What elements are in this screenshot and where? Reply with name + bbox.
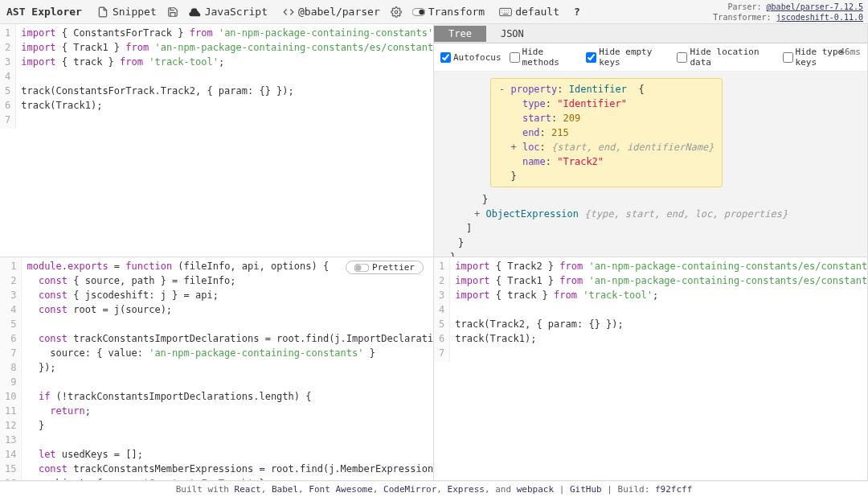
version-info: Parser: @babel/parser-7.12.5 Transformer… <box>713 2 863 23</box>
app-title: AST Explorer <box>6 6 82 18</box>
gear-icon[interactable] <box>390 6 403 18</box>
save-icon[interactable] <box>166 6 179 18</box>
highlighted-node[interactable]: - property: Identifier { type: "Identifi… <box>490 78 723 187</box>
output-code-pane[interactable]: 1234567import { Track2 } from 'an-npm-pa… <box>434 257 868 481</box>
snippet-menu[interactable]: Snippet <box>92 4 162 20</box>
help-button[interactable]: ? <box>569 4 585 19</box>
hide-methods-checkbox[interactable] <box>510 52 520 63</box>
footer-link[interactable]: Babel <box>272 484 298 495</box>
keyboard-icon <box>499 6 512 18</box>
preset-menu[interactable]: default <box>494 4 564 20</box>
hide-location-checkbox[interactable] <box>677 52 687 63</box>
footer-link[interactable]: Font Awesome <box>309 484 372 495</box>
svg-point-0 <box>395 10 398 14</box>
expand-icon[interactable]: + <box>474 208 485 220</box>
opt-hide-empty[interactable]: Hide empty keys <box>586 47 669 68</box>
toggle-icon <box>412 6 425 18</box>
footer-link[interactable]: Express <box>448 484 485 495</box>
input-code-pane[interactable]: 1234567import { ConstantsForTrack } from… <box>0 24 434 257</box>
build-link[interactable]: f92fcff <box>655 484 692 495</box>
code-icon <box>282 6 295 18</box>
hide-type-checkbox[interactable] <box>783 52 793 63</box>
output-tabs: Tree JSON <box>434 24 867 43</box>
file-icon <box>96 6 109 18</box>
transform-code-pane[interactable]: Prettier 1234567891011121314151617181920… <box>0 257 434 481</box>
transform-toggle[interactable]: Transform <box>407 4 489 20</box>
svg-point-5 <box>355 265 361 270</box>
svg-point-2 <box>419 9 424 14</box>
footer-link[interactable]: React <box>235 484 261 495</box>
ast-pane: Tree JSON 46ms Autofocus Hide methods Hi… <box>434 24 868 257</box>
collapse-icon[interactable]: - <box>499 84 510 95</box>
opt-hide-location[interactable]: Hide location data <box>677 47 774 68</box>
prettier-button[interactable]: Prettier <box>346 261 424 274</box>
footer-link[interactable]: webpack <box>517 484 554 495</box>
expand-icon[interactable]: + <box>510 142 522 153</box>
github-link[interactable]: GitHub <box>570 484 602 495</box>
opt-hide-methods[interactable]: Hide methods <box>510 47 579 68</box>
svg-rect-3 <box>500 8 512 15</box>
tab-tree[interactable]: Tree <box>434 26 486 42</box>
parser-menu[interactable]: @babel/parser <box>277 4 385 20</box>
ast-tree[interactable]: - property: Identifier { type: "Identifi… <box>434 72 867 257</box>
transformer-version-link[interactable]: jscodeshift-0.11.0 <box>776 13 863 22</box>
parser-version-link[interactable]: @babel/parser-7.12.5 <box>767 2 863 11</box>
opt-autofocus[interactable]: Autofocus <box>440 52 502 63</box>
autofocus-checkbox[interactable] <box>440 52 451 63</box>
tab-json[interactable]: JSON <box>486 26 538 42</box>
cloud-icon <box>189 6 202 18</box>
hide-empty-checkbox[interactable] <box>586 52 596 63</box>
parse-timing: 46ms <box>840 47 862 57</box>
tree-options: Autofocus Hide methods Hide empty keys H… <box>434 43 867 72</box>
language-menu[interactable]: JavaScript <box>184 4 272 20</box>
toggle-off-icon <box>354 264 369 272</box>
footer-link[interactable]: CodeMirror <box>383 484 436 495</box>
footer: Built with React, Babel, Font Awesome, C… <box>0 481 868 497</box>
